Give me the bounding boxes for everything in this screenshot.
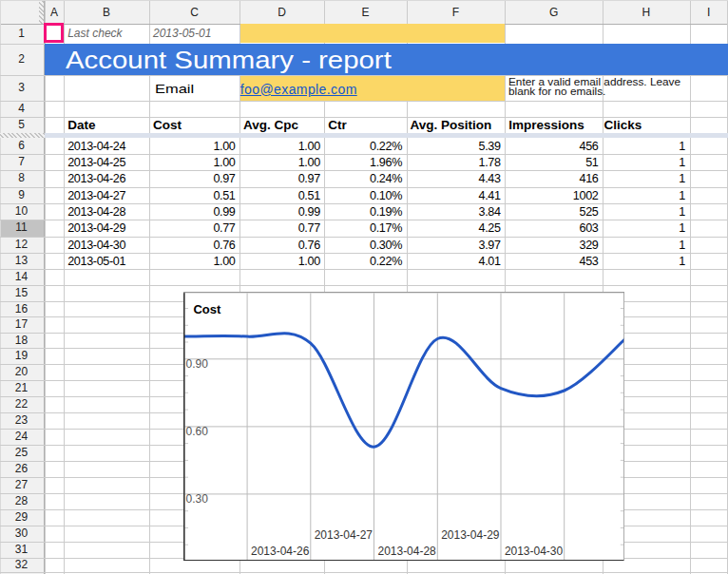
svg-text:2013-04-26: 2013-04-26 (251, 545, 310, 558)
svg-text:0.60: 0.60 (185, 425, 208, 438)
svg-text:2013-04-29: 2013-04-29 (441, 527, 500, 541)
svg-text:0.90: 0.90 (185, 357, 208, 371)
svg-text:2013-04-30: 2013-04-30 (504, 545, 563, 558)
svg-text:2013-04-28: 2013-04-28 (377, 545, 436, 558)
svg-text:2013-04-27: 2013-04-27 (314, 527, 373, 541)
svg-text:Cost: Cost (193, 302, 221, 316)
svg-text:0.30: 0.30 (185, 492, 208, 506)
